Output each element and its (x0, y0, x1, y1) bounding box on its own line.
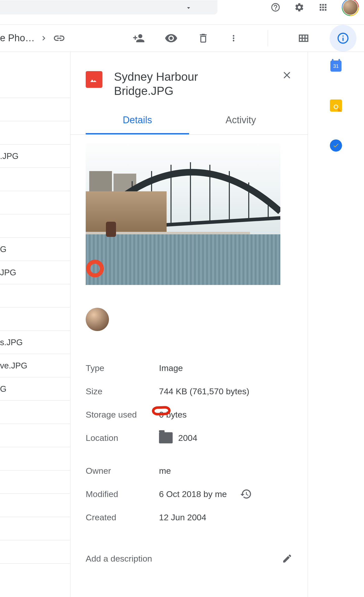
annotation-circle (152, 406, 171, 416)
tab-details[interactable]: Details (86, 115, 189, 134)
account-avatar[interactable] (342, 0, 359, 16)
owner-avatar[interactable] (86, 308, 109, 331)
more-vert-icon[interactable] (229, 33, 238, 43)
chevron-right-icon (39, 34, 48, 43)
list-item[interactable] (0, 75, 70, 98)
list-item[interactable] (0, 540, 70, 564)
description-row[interactable]: Add a description (86, 553, 292, 564)
search-field[interactable] (0, 0, 217, 14)
info-icon[interactable] (330, 25, 356, 52)
list-item[interactable] (0, 517, 70, 540)
image-preview[interactable] (86, 143, 280, 285)
list-item[interactable] (0, 284, 70, 307)
settings-icon[interactable] (294, 2, 304, 12)
list-item[interactable]: G (0, 238, 70, 261)
meta-location: Location 2004 (86, 426, 292, 449)
side-apps-rail: 31 (308, 52, 364, 597)
top-right-actions (270, 0, 359, 16)
keep-app-icon[interactable] (330, 99, 342, 112)
list-item[interactable]: G (0, 377, 70, 401)
apps-icon[interactable] (318, 2, 328, 12)
dropdown-icon[interactable] (185, 4, 192, 11)
list-item[interactable] (0, 401, 70, 424)
list-item[interactable] (0, 121, 70, 145)
description-placeholder[interactable]: Add a description (86, 554, 152, 564)
image-file-icon (86, 71, 102, 88)
tasks-app-icon[interactable] (330, 139, 342, 152)
metadata: Type Image Size 744 KB (761,570 bytes) S… (86, 356, 292, 529)
preview-eye-icon[interactable] (165, 32, 178, 45)
meta-storage: Storage used 0 bytes (86, 403, 292, 426)
meta-modified: Modified 6 Oct 2018 by me (86, 482, 292, 506)
close-icon[interactable] (281, 70, 292, 81)
details-header: Sydney Harbour Bridge.JPG (86, 70, 292, 98)
list-item[interactable] (0, 98, 70, 121)
meta-size: Size 744 KB (761,570 bytes) (86, 380, 292, 403)
edit-icon[interactable] (282, 553, 292, 564)
list-item[interactable]: JPG (0, 261, 70, 284)
calendar-app-icon[interactable]: 31 (330, 60, 342, 72)
file-list: .JPG G JPG s.JPG ve.JPG G (0, 52, 70, 597)
share-person-icon[interactable] (133, 32, 145, 44)
list-item[interactable] (0, 447, 70, 470)
list-item[interactable] (0, 470, 70, 494)
list-item[interactable] (0, 424, 70, 447)
separator (268, 30, 268, 46)
meta-owner: Owner me (86, 459, 292, 482)
main-content: .JPG G JPG s.JPG ve.JPG G Sydney Harbour… (0, 52, 364, 597)
list-item[interactable] (0, 191, 70, 214)
list-item[interactable] (0, 168, 70, 191)
list-item[interactable] (0, 494, 70, 517)
folder-icon (159, 432, 173, 443)
help-icon[interactable] (270, 2, 281, 12)
meta-created: Created 12 Jun 2004 (86, 506, 292, 529)
history-icon[interactable] (240, 488, 252, 500)
file-title: Sydney Harbour Bridge.JPG (114, 70, 251, 98)
toolbar-actions (133, 25, 356, 52)
location-folder[interactable]: 2004 (178, 433, 197, 443)
tab-activity[interactable]: Activity (189, 115, 292, 134)
list-item[interactable] (0, 214, 70, 238)
details-panel: Sydney Harbour Bridge.JPG Details Activi… (70, 52, 308, 597)
link-icon[interactable] (53, 32, 65, 45)
trash-icon[interactable] (197, 32, 209, 44)
top-bar (0, 0, 364, 15)
tabs: Details Activity (71, 115, 308, 135)
list-item[interactable]: .JPG (0, 145, 70, 168)
meta-type: Type Image (86, 356, 292, 380)
breadcrumb[interactable]: e Pho… (0, 32, 65, 45)
breadcrumb-folder[interactable]: e Pho… (0, 33, 35, 44)
list-item[interactable] (0, 307, 70, 331)
list-item[interactable]: s.JPG (0, 331, 70, 354)
toolbar: e Pho… (0, 25, 364, 52)
list-item[interactable]: ve.JPG (0, 354, 70, 377)
grid-view-icon[interactable] (297, 32, 310, 45)
